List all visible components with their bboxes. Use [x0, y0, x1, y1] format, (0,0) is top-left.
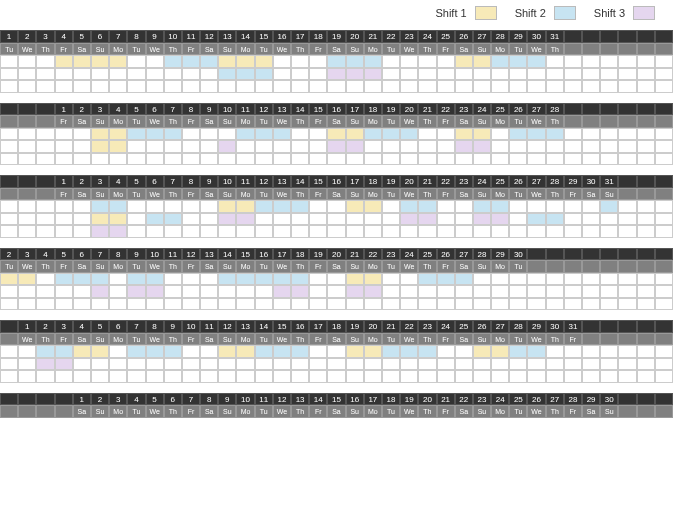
day-number-cell: 7 [164, 175, 182, 188]
shift-cell [109, 68, 127, 81]
dow-cell: Sa [73, 43, 91, 56]
dow-cell [582, 115, 600, 128]
day-number-cell [546, 248, 564, 261]
shift-cell [564, 213, 582, 226]
shift-cell [437, 345, 455, 358]
shift-cell [600, 370, 618, 383]
shift-cell [18, 128, 36, 141]
shift-cell [291, 55, 309, 68]
shift-cell [364, 68, 382, 81]
shift-cell [0, 213, 18, 226]
shift-cell [400, 298, 418, 311]
dow-cell: Sa [327, 188, 345, 201]
day-number-cell: 22 [455, 393, 473, 406]
day-number-cell: 25 [509, 393, 527, 406]
dow-cell: We [273, 188, 291, 201]
dow-cell: Mo [491, 115, 509, 128]
shift-cell [327, 225, 345, 238]
day-number-cell: 10 [164, 30, 182, 43]
dow-cell: Su [473, 260, 491, 273]
dow-cell: Sa [327, 405, 345, 418]
shift-cell [273, 213, 291, 226]
dow-cell: Sa [455, 188, 473, 201]
day-number-cell: 8 [182, 103, 200, 116]
dow-cell: Sa [582, 188, 600, 201]
dow-cell: We [146, 43, 164, 56]
dow-cell: Mo [236, 260, 254, 273]
shift-cell [473, 273, 491, 286]
dow-cell: Fr [309, 333, 327, 346]
shift-row [0, 345, 675, 358]
shift-cell [527, 200, 545, 213]
day-number-cell: 8 [127, 30, 145, 43]
dow-cell: Sa [327, 43, 345, 56]
shift-cell [236, 213, 254, 226]
day-number-row: 2345678910111213141516171819202122232425… [0, 248, 675, 261]
dow-cell [655, 333, 673, 346]
shift-cell [491, 358, 509, 371]
dow-cell: Su [346, 333, 364, 346]
day-number-cell: 7 [109, 30, 127, 43]
day-number-cell: 5 [55, 248, 73, 261]
shift-cell [91, 80, 109, 93]
shift-row [0, 153, 675, 166]
shift-cell [182, 298, 200, 311]
dow-cell: We [273, 405, 291, 418]
dow-cell: Tu [382, 405, 400, 418]
shift-cell [182, 200, 200, 213]
shift-cell [273, 285, 291, 298]
dow-cell: Mo [109, 260, 127, 273]
shift-cell [55, 285, 73, 298]
shift-cell [618, 80, 636, 93]
dow-cell: Th [291, 188, 309, 201]
shift-cell [655, 358, 673, 371]
shift-cell [55, 213, 73, 226]
dow-cell: Fr [564, 188, 582, 201]
month-block: 1234567891011121314151617181920212223242… [0, 103, 675, 166]
day-number-cell: 11 [255, 393, 273, 406]
shift-cell [382, 298, 400, 311]
day-number-cell: 16 [346, 393, 364, 406]
shift-cell [473, 140, 491, 153]
shift-cell [182, 55, 200, 68]
day-number-cell: 10 [218, 175, 236, 188]
shift-cell [546, 128, 564, 141]
day-number-cell: 2 [73, 175, 91, 188]
shift-cell [218, 213, 236, 226]
shift-cell [418, 55, 436, 68]
shift-cell [146, 213, 164, 226]
shift-cell [418, 273, 436, 286]
dow-cell: Tu [127, 188, 145, 201]
shift-cell [491, 68, 509, 81]
shift-cell [546, 140, 564, 153]
day-number-cell: 25 [418, 248, 436, 261]
shift-cell [473, 55, 491, 68]
dow-cell [36, 115, 54, 128]
dow-cell [0, 115, 18, 128]
shift-cell [146, 153, 164, 166]
day-number-cell [0, 175, 18, 188]
day-number-cell: 4 [55, 30, 73, 43]
shift-cell [346, 213, 364, 226]
shift-cell [637, 153, 655, 166]
shift-cell [655, 298, 673, 311]
day-number-cell: 26 [527, 393, 545, 406]
shift-cell [291, 128, 309, 141]
day-number-cell: 13 [291, 393, 309, 406]
shift-cell [546, 68, 564, 81]
shift-cell [437, 140, 455, 153]
shift-cell [309, 273, 327, 286]
shift-cell [637, 68, 655, 81]
shift-cell [600, 68, 618, 81]
shift-cell [382, 140, 400, 153]
shift-cell [582, 213, 600, 226]
dow-cell: Mo [364, 260, 382, 273]
shift-cell [582, 140, 600, 153]
shift-cell [600, 153, 618, 166]
dow-cell: Tu [509, 260, 527, 273]
day-number-cell [637, 30, 655, 43]
shift-cell [400, 225, 418, 238]
dow-cell: Su [346, 115, 364, 128]
dow-cell: Th [418, 260, 436, 273]
day-number-cell: 27 [527, 103, 545, 116]
